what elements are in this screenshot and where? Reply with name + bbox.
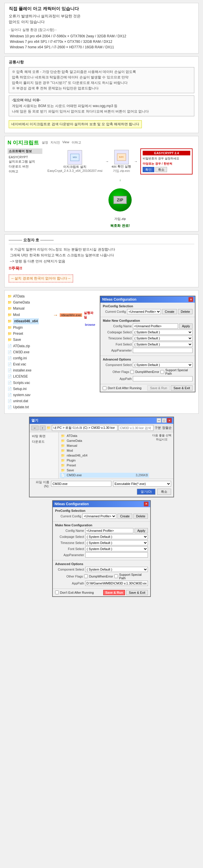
fd-side-note-text: 다음 좋을 선택하십시오: [151, 433, 172, 441]
fd-file-preset[interactable]: 📁 Preset: [60, 463, 149, 468]
file-dialog-close-button[interactable]: ✕: [167, 418, 172, 423]
dialog1-codepage-select[interactable]: ( System Default ): [133, 330, 193, 335]
fd-folder-icon: 📁: [61, 459, 65, 462]
dialog2-current-config-select[interactable]: <Unnamed Profile>: [82, 514, 116, 519]
dialog1-component-select[interactable]: ( System Default ): [133, 362, 193, 368]
run-exe-label: ntleasWin.exe: [60, 313, 82, 317]
fd-file-save[interactable]: 📁 Save: [60, 468, 149, 473]
tree-save: 📁 Save: [7, 337, 48, 343]
easycrypt-ok-button[interactable]: 확인: [143, 167, 154, 172]
down-arrow: ↓: [119, 178, 121, 182]
dialog1-timezone-select[interactable]: ( System Default ): [133, 336, 193, 341]
dialog1-font-row: Font Select ( System Default ): [103, 342, 193, 347]
dialog2-config-name-input[interactable]: [85, 528, 133, 533]
request-arrow1: --> 명령 등 다른 언어 선택지가 없음: [10, 258, 194, 264]
fd-file-manual[interactable]: 📁 Manual: [60, 443, 149, 448]
file-dialog-address-input[interactable]: [52, 425, 118, 431]
fd-open-button[interactable]: 열기(O): [137, 489, 155, 495]
dialog1-font-select[interactable]: ( System Default ): [133, 342, 193, 347]
dialog1-dont-exit-checkbox[interactable]: [103, 386, 106, 390]
fd-file-cm3d[interactable]: 📄 CM3D.exe 3,296KB: [60, 473, 149, 478]
dialog2-font-select[interactable]: ( System Default ): [85, 546, 148, 552]
folder-icon: 📁: [7, 337, 12, 343]
dialog1-support-checkbox[interactable]: [160, 370, 164, 374]
dialog2-save-exit-button[interactable]: Save & Exit: [126, 590, 148, 595]
fd-file-plugin[interactable]: 📁 Plugin: [60, 458, 149, 463]
common-notes: ※ 압축 해제 오류 - 가장 단순한 압축 알고리즘은 사용해서 데이터 손실…: [9, 67, 194, 93]
dialog1-delete-button[interactable]: Delete: [178, 309, 193, 314]
fd-cancel-button[interactable]: 취소: [157, 489, 171, 495]
dialog2-dump-checkbox[interactable]: [84, 574, 88, 578]
dialog2-component-select[interactable]: ( System Default ): [85, 567, 148, 572]
fd-file-mod-label: Mod: [67, 449, 73, 452]
dialog1-save-run-button[interactable]: Save & Run: [147, 385, 170, 391]
tree-plugin-label: Plugin: [13, 325, 23, 331]
file-dialog-up-button[interactable]: ↑: [40, 426, 46, 430]
dialog1-apply-button[interactable]: Apply: [179, 323, 193, 329]
file-dialog-search-input[interactable]: [119, 425, 153, 431]
fd-file-mod[interactable]: 📁 Mod: [60, 448, 149, 453]
dialog2-dont-exit-checkbox[interactable]: [55, 591, 59, 594]
dialog1-config-name-input[interactable]: [133, 323, 178, 329]
fd-sidebar-item-1[interactable]: 다운로드: [31, 439, 57, 444]
dialog1-component-label: Component Select: [103, 363, 132, 367]
fd-filename-label: 파일 이름(N):: [32, 480, 49, 488]
dialog1-save-exit-button[interactable]: Save & Exit: [171, 385, 193, 391]
fd-filename-input[interactable]: [51, 481, 111, 487]
zip-sublabel: 가입.zip: [114, 217, 126, 221]
env-list: Windows 10 pro x64 2004 / i7-5960x × GTX…: [10, 34, 194, 50]
fd-file-ntleas[interactable]: 📁 ntleas046_x64: [60, 453, 149, 458]
dialog2-delete-button[interactable]: Delete: [133, 514, 148, 519]
dialog1-dump-checkbox[interactable]: [130, 370, 134, 374]
dialog1-other-flags-row: Other Flags DumpWhenError Support Specia…: [103, 368, 193, 375]
run-file-row: → ntleasWin.exe 실행파일: [53, 311, 95, 319]
fd-file-atdata[interactable]: 📁 ATData: [60, 433, 149, 438]
nav-item-1[interactable]: 설정: [42, 140, 48, 145]
nav-item-4[interactable]: 이하고: [72, 140, 81, 145]
step2-arrow: →: [134, 159, 137, 163]
sidebar-item-1: 설치프로그램 설치: [7, 159, 42, 164]
request-title-text: 요청자 호: [23, 238, 40, 242]
step1-icon: MSI: [68, 150, 82, 165]
dialog2-timezone-select[interactable]: ( System Default ): [85, 540, 148, 546]
file-dialog-title: 열기: [31, 418, 38, 423]
file-dialog-minimize-button[interactable]: ─: [157, 418, 161, 423]
tree-uninst-label: uninst.dat: [13, 398, 28, 404]
dialog1-close-button[interactable]: ✕: [188, 297, 193, 302]
dialog2-create-button[interactable]: Create: [118, 514, 132, 519]
common-section: 공통사항 ※ 압축 해제 오류 - 가장 단순한 압축 알고리즘은 사용해서 데…: [4, 56, 199, 133]
fd-file-gamedata[interactable]: 📁 GameData: [60, 438, 149, 443]
easycrypt-cancel-button[interactable]: 취소: [155, 167, 167, 172]
fd-file-installer[interactable]: 📄 Installer.exe 865KB: [60, 478, 149, 478]
dialog2-apppath-input[interactable]: [85, 581, 148, 586]
file-dialog-back-button[interactable]: ←: [31, 426, 39, 430]
dialog1-apppath-input[interactable]: [133, 376, 193, 381]
file-icon: 📄: [7, 386, 12, 392]
nav-item-2[interactable]: 지식인: [50, 140, 60, 145]
tree-config-label: config.ini: [13, 355, 27, 361]
dialog1-create-button[interactable]: Create: [162, 309, 177, 314]
fd-filetype-select[interactable]: Executable File(*.exe): [113, 481, 171, 487]
nav-item-3[interactable]: View: [62, 140, 69, 145]
dialog1-codepage-row: Codepage Select ( System Default ): [103, 330, 193, 335]
dialog1-current-config-select[interactable]: <Unnamed Profile>: [127, 309, 161, 314]
fd-sidebar-item-0[interactable]: 바탕 화면: [31, 433, 57, 439]
dialog2-codepage-select[interactable]: ( System Default ): [85, 534, 148, 539]
tree-ntleas: 📁 ntleas046_x64: [7, 318, 48, 324]
file-dialog-toolbar: ← ↑ 📁 구분 정렬순: [30, 424, 173, 432]
dialog2-appparam-input[interactable]: [85, 552, 148, 558]
dialog2-apply-button[interactable]: Apply: [134, 528, 148, 533]
file-dialog-maximize-button[interactable]: □: [162, 418, 167, 423]
fd-folder-icon: 📁: [61, 468, 65, 472]
dialog2-component-label: Component Select: [55, 568, 84, 571]
dialog2-close-button[interactable]: ✕: [144, 502, 149, 506]
dialog1-titlebar: Ntleas Configuration ✕: [100, 296, 195, 303]
dialog1-support-label: Support Special Path: [165, 368, 193, 375]
dialog2-save-run-button[interactable]: Save & Run: [103, 590, 125, 595]
dialog2-footer: Don't Exit After Running Save & Run Save…: [53, 589, 150, 596]
zip-label: ZIP: [113, 196, 127, 204]
env-line-1: Windows 10 pro x64 2004 / i7-5960x × GTX…: [10, 34, 194, 39]
common-title: 공통사항: [9, 60, 194, 65]
dialog2-support-checkbox[interactable]: [114, 574, 118, 578]
dialog1-appparam-input[interactable]: [133, 348, 193, 353]
